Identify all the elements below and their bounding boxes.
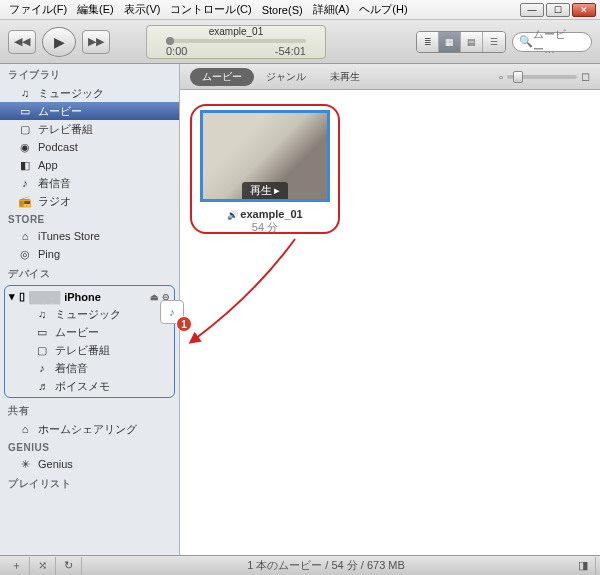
device-group: ▾ ▯ ████ iPhone ⏏ ⊝ ♫ミュージック ▭ムービー ▢テレビ番組… — [4, 285, 175, 398]
sidebar-item-itunes-store[interactable]: ⌂iTunes Store — [0, 227, 179, 245]
sidebar-header-library: ライブラリ — [0, 64, 179, 84]
iphone-icon: ▯ — [19, 290, 25, 303]
sidebar-item-genius[interactable]: ✳Genius — [0, 455, 179, 473]
search-icon: 🔍 — [519, 35, 533, 48]
movie-thumbnail[interactable]: 再生 ▸ — [200, 110, 330, 202]
view-switcher: ≣ ▦ ▤ ☰ — [416, 31, 506, 53]
status-bar: ＋ ⤮ ↻ 1 本のムービー / 54 分 / 673 MB ◨ — [0, 555, 600, 575]
sidebar-item-movies[interactable]: ▭ムービー — [0, 102, 179, 120]
sidebar-item-ringtone[interactable]: ♪着信音 — [0, 174, 179, 192]
device-item-tv[interactable]: ▢テレビ番組 — [5, 341, 174, 359]
filter-bar: ムービー ジャンル 未再生 ▫ ◻ — [180, 64, 600, 90]
sidebar-item-ping[interactable]: ◎Ping — [0, 245, 179, 263]
ringtone-icon: ♪ — [18, 177, 32, 189]
sidebar-item-tv[interactable]: ▢テレビ番組 — [0, 120, 179, 138]
menu-control[interactable]: コントロール(C) — [165, 2, 256, 17]
view-list-button[interactable]: ≣ — [417, 32, 439, 52]
device-item-voicememo[interactable]: ♬ボイスメモ — [5, 377, 174, 395]
disclosure-icon: ▾ — [9, 290, 15, 303]
podcast-icon: ◉ — [18, 141, 32, 154]
view-grid-button[interactable]: ▦ — [439, 32, 461, 52]
repeat-button[interactable]: ↻ — [56, 557, 82, 575]
radio-icon: 📻 — [18, 195, 32, 208]
app-icon: ◧ — [18, 159, 32, 172]
device-item-music[interactable]: ♫ミュージック — [5, 305, 174, 323]
menu-store[interactable]: Store(S) — [257, 4, 308, 16]
drag-count-badge: 1 — [176, 316, 192, 332]
device-item-movies[interactable]: ▭ムービー — [5, 323, 174, 341]
sidebar-item-podcast[interactable]: ◉Podcast — [0, 138, 179, 156]
sidebar-header-playlist: プレイリスト — [0, 473, 179, 493]
now-playing-title: example_01 — [209, 26, 263, 37]
large-icon: ◻ — [581, 70, 590, 83]
window-controls: — ☐ ✕ — [520, 3, 596, 17]
progress-bar[interactable] — [166, 39, 306, 43]
music-icon: ♫ — [18, 87, 32, 99]
ping-icon: ◎ — [18, 248, 32, 261]
movie-label: 🔊example_01 54 分 — [200, 208, 330, 235]
menu-view[interactable]: 表示(V) — [119, 2, 166, 17]
menu-bar: ファイル(F) 編集(E) 表示(V) コントロール(C) Store(S) 詳… — [0, 0, 600, 20]
menu-edit[interactable]: 編集(E) — [72, 2, 119, 17]
menu-file[interactable]: ファイル(F) — [4, 2, 72, 17]
status-text: 1 本のムービー / 54 分 / 673 MB — [86, 558, 566, 573]
maximize-button[interactable]: ☐ — [546, 3, 570, 17]
size-slider[interactable]: ▫ ◻ — [499, 70, 590, 83]
sidebar-item-app[interactable]: ◧App — [0, 156, 179, 174]
toolbar: ◀◀ ▶ ▶▶ example_01 0:00 -54:01 ≣ ▦ ▤ ☰ 🔍… — [0, 20, 600, 64]
now-playing-display: example_01 0:00 -54:01 — [146, 25, 326, 59]
device-header[interactable]: ▾ ▯ ████ iPhone ⏏ ⊝ — [5, 288, 174, 305]
sidebar-item-radio[interactable]: 📻ラジオ — [0, 192, 179, 210]
menu-advanced[interactable]: 詳細(A) — [308, 2, 355, 17]
filter-unplayed[interactable]: 未再生 — [318, 68, 372, 86]
annotation-arrow — [185, 234, 315, 354]
ringtone-icon: ♪ — [35, 362, 49, 374]
search-input[interactable]: 🔍 ムービー… — [512, 32, 592, 52]
menu-help[interactable]: ヘルプ(H) — [354, 2, 412, 17]
next-button[interactable]: ▶▶ — [82, 30, 110, 54]
filter-movies[interactable]: ムービー — [190, 68, 254, 86]
search-placeholder: ムービー… — [533, 27, 585, 57]
main-content: ムービー ジャンル 未再生 ▫ ◻ 再生 ▸ 🔊example_01 54 分 — [180, 64, 600, 555]
view-coverflow-button[interactable]: ▤ — [461, 32, 483, 52]
tv-icon: ▢ — [35, 344, 49, 357]
add-button[interactable]: ＋ — [4, 557, 30, 575]
sidebar: ライブラリ ♫ミュージック ▭ムービー ▢テレビ番組 ◉Podcast ◧App… — [0, 64, 180, 555]
view-album-button[interactable]: ☰ — [483, 32, 505, 52]
movie-duration: 54 分 — [200, 220, 330, 235]
close-button[interactable]: ✕ — [572, 3, 596, 17]
sidebar-header-genius: GENIUS — [0, 438, 179, 455]
filter-genre[interactable]: ジャンル — [254, 68, 318, 86]
sidebar-header-shared: 共有 — [0, 400, 179, 420]
device-item-ringtone[interactable]: ♪着信音 — [5, 359, 174, 377]
store-icon: ⌂ — [18, 230, 32, 242]
speaker-icon: 🔊 — [227, 210, 238, 220]
movie-icon: ▭ — [18, 105, 32, 118]
movie-title: example_01 — [240, 208, 302, 220]
time-remaining: -54:01 — [275, 45, 306, 57]
sidebar-item-music[interactable]: ♫ミュージック — [0, 84, 179, 102]
prev-button[interactable]: ◀◀ — [8, 30, 36, 54]
music-icon: ♫ — [35, 308, 49, 320]
genius-icon: ✳ — [18, 458, 32, 471]
movie-icon: ▭ — [35, 326, 49, 339]
sidebar-item-homesharing[interactable]: ⌂ホームシェアリング — [0, 420, 179, 438]
minimize-button[interactable]: — — [520, 3, 544, 17]
play-button[interactable]: ▶ — [42, 27, 76, 57]
home-icon: ⌂ — [18, 423, 32, 435]
small-icon: ▫ — [499, 71, 503, 83]
bottom-buttons: ＋ ⤮ ↻ — [0, 557, 86, 575]
time-elapsed: 0:00 — [166, 45, 187, 57]
sidebar-header-store: STORE — [0, 210, 179, 227]
voicememo-icon: ♬ — [35, 380, 49, 392]
tv-icon: ▢ — [18, 123, 32, 136]
play-icon: ▸ — [274, 184, 280, 196]
sidebar-toggle-button[interactable]: ◨ — [570, 557, 596, 575]
shuffle-button[interactable]: ⤮ — [30, 557, 56, 575]
sidebar-header-device: デバイス — [0, 263, 179, 283]
